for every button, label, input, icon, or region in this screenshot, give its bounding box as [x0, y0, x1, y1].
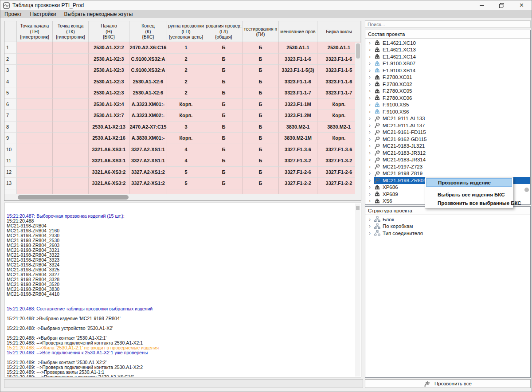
- titlebar: Таблица прозвонки PTI_Prod ×: [0, 0, 532, 10]
- chevron-right-icon[interactable]: ›: [369, 47, 374, 52]
- table-row[interactable]: 72530.A1-X2:7A.3323.XM02:-Корп.ББ3323.F1…: [4, 110, 361, 122]
- chevron-right-icon[interactable]: ›: [369, 129, 374, 135]
- project-item-MC21-9198-Z819[interactable]: › MC21-9198-Z819: [365, 170, 530, 177]
- project-item-E1.4621.XC10[interactable]: › E1.4621.XC10: [365, 39, 530, 47]
- menu-item-1[interactable]: Проект: [0, 10, 26, 18]
- context-menu-item[interactable]: Выбрать все изделия БКС: [426, 190, 512, 199]
- chevron-right-icon[interactable]: ›: [369, 217, 374, 222]
- table-row[interactable]: 52530.A1-X2:32530.A1-X2:62ББ3323.F1-1-73…: [4, 87, 361, 99]
- restore-button[interactable]: [492, 0, 512, 10]
- project-item-MC21-9111-AL133[interactable]: › MC21-9111-AL133: [365, 115, 530, 122]
- chevron-right-icon[interactable]: ›: [369, 137, 374, 142]
- table-row[interactable]: 12530.A1-X2:22470.A2-X6:C161ББ2530.A1-12…: [4, 42, 361, 54]
- log-vertical-scrollbar[interactable]: [355, 204, 360, 376]
- table-cell: Б: [243, 155, 279, 167]
- project-item-MC21-9197-Z723[interactable]: › MC21-9197-Z723: [365, 163, 530, 170]
- column-header[interactable]: Точка конца(ТК){гипертроник}: [53, 21, 89, 42]
- chevron-right-icon[interactable]: ›: [369, 192, 374, 197]
- column-header[interactable]: Точка начала(ТН){гипертроник}: [17, 21, 53, 42]
- chevron-right-icon[interactable]: ›: [369, 178, 374, 183]
- chevron-right-icon[interactable]: ›: [369, 68, 374, 73]
- structure-item-Блок[interactable]: › Блок: [365, 216, 530, 223]
- table-cell: Б: [205, 76, 243, 88]
- search-input[interactable]: [365, 20, 531, 28]
- tree-scrollbar-thumb[interactable]: [524, 188, 529, 192]
- table-cell: 3323.F1-1-6: [317, 76, 361, 88]
- project-item-F.9100.XS5[interactable]: › F.9100.XS5: [365, 102, 530, 109]
- project-item-MC21-9111-AL137[interactable]: › MC21-9111-AL137: [365, 122, 530, 129]
- structure-item-По коробкам[interactable]: › По коробкам: [365, 223, 530, 230]
- chevron-right-icon[interactable]: ›: [369, 184, 374, 190]
- minimize-button[interactable]: [472, 0, 492, 10]
- table-row[interactable]: 42530.A1-X2:32530.A1-X2:62ББ3323.F1-1-63…: [4, 76, 361, 88]
- chevron-right-icon[interactable]: ›: [369, 54, 374, 59]
- column-header-line: {гипертроник}: [56, 34, 86, 40]
- table-row[interactable]: 133321.A6-XS3:23327.A2-XS1:25ББ3327.F1-2…: [4, 178, 361, 189]
- project-item-F.9100.XS6[interactable]: › F.9100.XS6: [365, 108, 530, 115]
- chevron-right-icon[interactable]: ›: [369, 223, 374, 229]
- table-row[interactable]: 103321.A6-XS3:13327.A2-XS1:14ББ3327.F1-3…: [4, 144, 361, 156]
- project-item-MC21-9183-JL321[interactable]: › MC21-9183-JL321: [365, 143, 530, 150]
- chevron-right-icon[interactable]: ›: [369, 88, 374, 94]
- structure-item-Тип соединителя[interactable]: › Тип соединителя: [365, 230, 530, 237]
- table-row[interactable]: 92530.A1-X2:16A.3830.XM01:-Корп.ББ3830.M…: [4, 133, 361, 144]
- project-item-MC21-9161-FD115[interactable]: › MC21-9161-FD115: [365, 129, 530, 136]
- table-row[interactable]: 82530.A1-X2:132470.A2-X7:C153ББ3830.M2-1…: [4, 122, 361, 133]
- column-header[interactable]: Начало(Н){БКС}: [89, 21, 129, 42]
- project-item-E1.9100.XB14[interactable]: › E1.9100.XB14: [365, 67, 530, 74]
- chevron-right-icon[interactable]: ›: [369, 171, 374, 176]
- table-hscroll-thumb[interactable]: [18, 195, 129, 200]
- table-row[interactable]: 123321.A6-XS3:23327.A2-XS1:25ББ3327.F1-2…: [4, 167, 361, 178]
- project-item-MC21-9183-JR312[interactable]: › MC21-9183-JR312: [365, 149, 530, 157]
- project-item-F.2780.XC05[interactable]: › F.2780.XC05: [365, 88, 530, 95]
- chevron-right-icon[interactable]: ›: [369, 150, 374, 156]
- project-item-F.2780.XC06[interactable]: › F.2780.XC06: [365, 94, 530, 102]
- table-vscroll-thumb[interactable]: [356, 43, 360, 59]
- close-button[interactable]: ×: [512, 0, 532, 10]
- table-cell: [17, 155, 53, 167]
- column-header[interactable]: тестирования п(ГИ): [243, 21, 279, 42]
- chevron-right-icon[interactable]: ›: [369, 157, 374, 162]
- column-header[interactable]: [4, 21, 17, 42]
- table-row[interactable]: 62530.A1-X2:4A.3323.XM01:-Корп.ББ3323.F1…: [4, 99, 361, 110]
- chevron-right-icon[interactable]: ›: [369, 102, 374, 107]
- chevron-right-icon[interactable]: ›: [369, 198, 374, 204]
- chevron-right-icon[interactable]: ›: [369, 74, 374, 80]
- project-item-F.2780.XC02[interactable]: › F.2780.XC02: [365, 81, 530, 88]
- column-header[interactable]: Конец(К){БКС}: [129, 21, 167, 42]
- chevron-right-icon[interactable]: ›: [369, 143, 374, 149]
- chevron-right-icon[interactable]: ›: [369, 82, 374, 87]
- menu-item-3[interactable]: Выбрать переходные жгуты: [60, 10, 137, 18]
- column-header[interactable]: рования провер:(ГЛ){общая}: [205, 21, 243, 42]
- chevron-right-icon[interactable]: ›: [369, 231, 374, 236]
- project-item-E1.9100.XB07[interactable]: › E1.9100.XB07: [365, 60, 530, 67]
- chevron-right-icon[interactable]: ›: [369, 95, 374, 101]
- chevron-right-icon[interactable]: ›: [369, 61, 374, 66]
- menu-item-2[interactable]: Настройки: [26, 10, 60, 18]
- log-vscroll-thumb[interactable]: [356, 206, 360, 210]
- context-menu-item[interactable]: Прозвонить изделие: [426, 178, 512, 187]
- context-menu-item[interactable]: Прозвонить все выбранные БКС: [426, 199, 512, 207]
- table-row[interactable]: 32530.A1-X2:3C.9100.XS32:A2ББ3323.F1-1-5…: [4, 65, 361, 76]
- chevron-right-icon[interactable]: ›: [369, 164, 374, 169]
- project-item-MC21-9162-GD115[interactable]: › MC21-9162-GD115: [365, 136, 530, 143]
- table-row[interactable]: [4, 189, 361, 195]
- table-cell: 3327.A2-XS1:1: [129, 155, 167, 167]
- table-row[interactable]: 113321.A6-XS3:13327.A2-XS1:14ББ3327.F1-3…: [4, 155, 361, 167]
- project-item-E1.4621.XC13[interactable]: › E1.4621.XC13: [365, 47, 530, 54]
- column-header[interactable]: менование пров: [279, 21, 317, 42]
- chevron-right-icon[interactable]: ›: [369, 40, 374, 46]
- chevron-right-icon[interactable]: ›: [369, 116, 374, 121]
- project-item-MC21-9183-JR314[interactable]: › MC21-9183-JR314: [365, 157, 530, 164]
- table-row[interactable]: 22530.A1-X2:3C.9100.XS32:A2ББ3323.F1-1-6…: [4, 54, 361, 65]
- chevron-right-icon[interactable]: ›: [369, 109, 374, 114]
- table-cell: [53, 42, 89, 54]
- project-item-E1.4621.XC14[interactable]: › E1.4621.XC14: [365, 53, 530, 60]
- column-header[interactable]: руппа прозвонки(ГП){условная цепь}: [167, 21, 205, 42]
- project-item-F.2780.XC01[interactable]: › F.2780.XC01: [365, 74, 530, 81]
- table-vertical-scrollbar[interactable]: [355, 43, 361, 195]
- table-horizontal-scrollbar[interactable]: [4, 194, 361, 200]
- chevron-right-icon[interactable]: ›: [369, 123, 374, 128]
- call-all-button[interactable]: Прозвонить всё: [365, 379, 531, 388]
- column-header[interactable]: Бирка жилы: [317, 21, 361, 42]
